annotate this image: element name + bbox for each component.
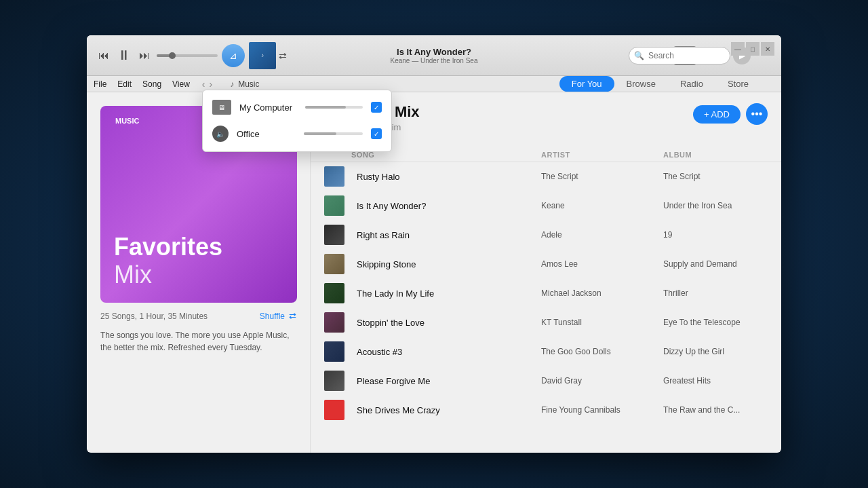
song-name: Rusty Halo — [351, 172, 541, 182]
vol-fill — [304, 132, 336, 135]
airplay-dropdown: 🖥 My Computer ✓ 🔈 Office ✓ — [202, 90, 392, 152]
song-album: Eye To the Telescope — [663, 318, 781, 327]
song-artist: Fine Young Cannibals — [541, 405, 663, 415]
col-album: ALBUM — [663, 151, 781, 159]
close-button[interactable]: ✕ — [761, 42, 774, 56]
song-row[interactable]: Skipping Stone Amos Lee Supply and Deman… — [311, 250, 781, 279]
song-artist: The Goo Goo Dolls — [541, 347, 663, 356]
song-album: The Raw and the C... — [663, 405, 781, 415]
minimize-button[interactable]: — — [731, 42, 745, 56]
app-window: ⏮ ⏸ ⏭ ⊿ ♪ ⇄ Is It Any Wonder? Keane — Un… — [87, 35, 781, 453]
more-options-button[interactable]: ••• — [746, 103, 768, 125]
titlebar: ⏮ ⏸ ⏭ ⊿ ♪ ⇄ Is It Any Wonder? Keane — Un… — [87, 35, 781, 76]
song-thumb — [324, 166, 344, 187]
search-icon: 🔍 — [634, 51, 644, 60]
maximize-button[interactable]: □ — [746, 42, 760, 56]
song-row[interactable]: Rusty Halo The Script The Script ⬇ 3:34 — [311, 162, 781, 191]
main-content: MUSIC Favorites Mix 25 Songs, 1 Hour, 35… — [87, 92, 781, 453]
window-controls: — □ ✕ — [731, 42, 774, 56]
song-artist: Amos Lee — [541, 259, 663, 269]
device-checkbox-my-computer[interactable]: ✓ — [371, 102, 382, 113]
shuffle-row: Shuffle ⇄ — [260, 311, 296, 321]
song-thumb — [324, 254, 344, 274]
apple-music-label: MUSIC — [115, 117, 139, 125]
prev-button[interactable]: ⏮ — [97, 48, 111, 63]
progress-track[interactable] — [157, 54, 218, 57]
music-icon: ♪ — [230, 79, 234, 89]
song-name: Right as Rain — [351, 230, 541, 240]
song-album: 19 — [663, 230, 781, 240]
song-artist: Michael Jackson — [541, 288, 663, 298]
volume-slider-my-computer — [305, 106, 363, 109]
menu-view[interactable]: View — [172, 79, 190, 89]
mix-description: The songs you love. The more you use App… — [100, 329, 296, 354]
vol-track[interactable] — [305, 106, 363, 109]
song-thumb — [324, 195, 344, 216]
tab-store[interactable]: Store — [715, 76, 761, 92]
song-artist: KT Tunstall — [541, 318, 663, 327]
nav-tabs: For You Browse Radio Store — [559, 76, 761, 92]
song-row[interactable]: Stoppin' the Love KT Tunstall Eye To the… — [311, 308, 781, 337]
song-album: Dizzy Up the Girl — [663, 347, 781, 356]
song-album: Under the Iron Sea — [663, 201, 781, 210]
song-name: Please Forgive Me — [351, 376, 541, 386]
song-artist: Keane — [541, 201, 663, 210]
song-album: Thriller — [663, 288, 781, 298]
device-label-my-computer: My Computer — [239, 102, 297, 113]
cover-title: Favorites Mix — [114, 233, 222, 289]
song-name: She Drives Me Crazy — [351, 405, 541, 415]
next-button[interactable]: ⏭ — [138, 48, 151, 63]
nav-arrows: ‹ › — [201, 79, 214, 90]
nav-back-button[interactable]: ‹ — [201, 79, 207, 90]
shuffle-icon[interactable]: ⇄ — [289, 311, 296, 321]
device-label-office: Office — [237, 129, 296, 139]
progress-area — [157, 54, 218, 57]
monitor-icon: 🖥 — [212, 100, 231, 115]
song-row[interactable]: Is It Any Wonder? Keane Under the Iron S… — [311, 191, 781, 221]
header-actions: + ADD ••• — [693, 103, 768, 125]
airplay-button[interactable]: ⊿ — [222, 44, 245, 67]
song-name: Is It Any Wonder? — [351, 201, 541, 211]
song-thumb — [324, 225, 344, 245]
song-artist: David Gray — [541, 376, 663, 386]
song-artist: Adele — [541, 230, 663, 240]
shuffle-button[interactable]: ⇄ — [279, 50, 287, 61]
menu-file[interactable]: File — [94, 79, 106, 89]
song-thumb — [324, 283, 344, 303]
apple-music-logo: MUSIC — [111, 117, 139, 125]
menu-song[interactable]: Song — [142, 79, 161, 89]
song-row[interactable]: Right as Rain Adele 19 ⬇ 3:17 — [311, 221, 781, 250]
dropdown-device-office[interactable]: 🔈 Office ✓ — [203, 120, 391, 147]
tab-for-you[interactable]: For You — [559, 76, 614, 92]
speaker-icon: 🔈 — [212, 126, 229, 142]
device-checkbox-office[interactable]: ✓ — [371, 128, 382, 139]
song-thumb — [324, 371, 344, 391]
add-button[interactable]: + ADD — [693, 105, 741, 124]
progress-thumb — [169, 52, 176, 59]
song-album: Greatest Hits — [663, 376, 781, 386]
vol-track[interactable] — [304, 132, 363, 135]
song-thumb — [324, 400, 344, 420]
song-artist: The Script — [541, 172, 663, 181]
song-name: The Lady In My Life — [351, 288, 541, 299]
cover-sub-title: Mix — [114, 261, 222, 289]
dropdown-device-my-computer[interactable]: 🖥 My Computer ✓ — [203, 94, 391, 120]
song-name: Skipping Stone — [351, 259, 541, 269]
song-album: Supply and Demand — [663, 259, 781, 269]
song-row[interactable]: Please Forgive Me David Gray Greatest Hi… — [311, 367, 781, 396]
now-playing-title: Is It Any Wonder? — [391, 47, 478, 57]
tab-browse[interactable]: Browse — [614, 76, 668, 92]
playback-controls: ⏮ ⏸ ⏭ — [97, 46, 151, 64]
play-pause-button[interactable]: ⏸ — [116, 46, 132, 64]
nav-forward-button[interactable]: › — [208, 79, 214, 90]
now-playing-meta: Keane — Under the Iron Sea — [391, 57, 478, 64]
tab-radio[interactable]: Radio — [668, 76, 715, 92]
song-thumb — [324, 312, 344, 333]
song-name: Stoppin' the Love — [351, 318, 541, 328]
song-row[interactable]: She Drives Me Crazy Fine Young Cannibals… — [311, 396, 781, 425]
song-row[interactable]: The Lady In My Life Michael Jackson Thri… — [311, 279, 781, 308]
song-count: 25 Songs, 1 Hour, 35 Minutes — [100, 312, 208, 321]
song-row[interactable]: Acoustic #3 The Goo Goo Dolls Dizzy Up t… — [311, 337, 781, 367]
menu-edit[interactable]: Edit — [117, 79, 132, 89]
shuffle-label[interactable]: Shuffle — [260, 312, 285, 321]
